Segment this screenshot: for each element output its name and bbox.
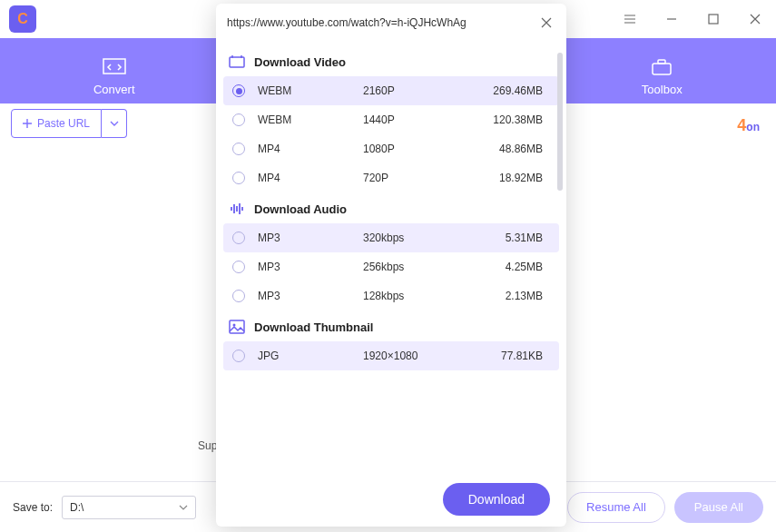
menu-icon[interactable] xyxy=(609,0,651,38)
audio-icon xyxy=(229,202,245,216)
paste-url-label: Paste URL xyxy=(37,117,90,130)
option-quality: 320kbps xyxy=(363,232,463,244)
option-format: MP4 xyxy=(258,172,363,184)
audio-option-row[interactable]: MP3256kbps4.25MB xyxy=(223,252,559,281)
convert-icon xyxy=(102,57,127,77)
svg-rect-2 xyxy=(653,64,671,74)
option-size: 4.25MB xyxy=(463,261,550,273)
minimize-button[interactable] xyxy=(651,0,693,38)
plus-icon xyxy=(23,119,32,128)
paste-url-button[interactable]: Paste URL xyxy=(11,109,102,138)
audio-option-row[interactable]: MP3320kbps5.31MB xyxy=(223,223,559,252)
modal-footer: Download xyxy=(216,472,566,527)
section-video-header: Download Video xyxy=(223,45,559,76)
option-format: WEBM xyxy=(258,84,363,97)
option-quality: 1080P xyxy=(363,143,463,155)
option-size: 18.92MB xyxy=(463,172,550,184)
pause-all-button[interactable]: Pause All xyxy=(674,492,763,523)
section-video-title: Download Video xyxy=(254,55,346,69)
radio-icon xyxy=(232,350,245,362)
chevron-down-icon xyxy=(110,121,119,126)
save-to-select[interactable]: D:\ xyxy=(62,496,196,519)
svg-rect-1 xyxy=(103,59,125,74)
video-icon xyxy=(229,54,245,69)
close-button[interactable] xyxy=(734,0,776,38)
modal-body: Download Video WEBM2160P269.46MBWEBM1440… xyxy=(216,42,566,472)
video-option-row[interactable]: MP4720P18.92MB xyxy=(223,163,559,192)
option-size: 2.13MB xyxy=(463,290,550,302)
window-controls xyxy=(609,0,776,38)
paste-url-dropdown[interactable] xyxy=(102,109,127,138)
option-size: 48.86MB xyxy=(463,143,550,155)
tab-convert-label: Convert xyxy=(93,83,135,96)
option-quality: 720P xyxy=(363,172,463,184)
option-format: MP4 xyxy=(258,143,363,155)
modal-close-button[interactable] xyxy=(537,14,555,32)
toolbox-icon xyxy=(649,57,674,77)
radio-icon xyxy=(232,261,245,273)
svg-rect-3 xyxy=(658,60,665,64)
option-size: 5.31MB xyxy=(463,232,550,244)
option-quality: 128kbps xyxy=(363,290,463,302)
section-thumbnail-header: Download Thumbnail xyxy=(223,310,559,341)
save-to-label: Save to: xyxy=(13,501,53,514)
image-icon xyxy=(229,320,245,334)
svg-rect-5 xyxy=(230,320,244,333)
app-logo: C xyxy=(9,5,36,33)
video-option-row[interactable]: MP41080P48.86MB xyxy=(223,134,559,163)
audio-option-row[interactable]: MP3128kbps2.13MB xyxy=(223,281,559,310)
option-quality: 1920×1080 xyxy=(363,350,463,362)
modal-header: https://www.youtube.com/watch?v=h-iQJHcW… xyxy=(216,4,566,42)
scrollbar[interactable] xyxy=(557,53,563,191)
radio-icon xyxy=(232,113,245,126)
url-text: https://www.youtube.com/watch?v=h-iQJHcW… xyxy=(227,16,530,29)
option-quality: 2160P xyxy=(363,84,463,97)
radio-icon xyxy=(232,232,245,244)
radio-icon xyxy=(232,84,245,97)
option-format: MP3 xyxy=(258,290,363,302)
option-size: 269.46MB xyxy=(463,84,550,97)
close-icon xyxy=(541,17,552,28)
section-audio-header: Download Audio xyxy=(223,192,559,223)
maximize-button[interactable] xyxy=(693,0,734,38)
radio-icon xyxy=(232,290,245,302)
tab-convert[interactable]: Convert xyxy=(0,57,228,96)
option-format: MP3 xyxy=(258,261,363,273)
brand-mark: 4on xyxy=(737,116,760,135)
option-quality: 1440P xyxy=(363,113,463,126)
option-size: 120.38MB xyxy=(463,113,550,126)
video-option-row[interactable]: WEBM1440P120.38MB xyxy=(223,105,559,134)
section-audio-title: Download Audio xyxy=(254,202,347,216)
download-options-modal: https://www.youtube.com/watch?v=h-iQJHcW… xyxy=(216,4,566,527)
section-thumbnail-title: Download Thumbnail xyxy=(254,320,373,334)
option-format: WEBM xyxy=(258,113,363,126)
tab-toolbox[interactable]: Toolbox xyxy=(548,57,776,96)
chevron-down-icon xyxy=(179,505,188,510)
download-button[interactable]: Download xyxy=(443,483,550,516)
radio-icon xyxy=(232,172,245,184)
option-size: 77.81KB xyxy=(463,350,550,362)
video-option-row[interactable]: WEBM2160P269.46MB xyxy=(223,76,559,105)
option-format: JPG xyxy=(258,350,363,362)
option-format: MP3 xyxy=(258,232,363,244)
option-quality: 256kbps xyxy=(363,261,463,273)
thumb-option-row[interactable]: JPG1920×108077.81KB xyxy=(223,341,559,370)
svg-rect-0 xyxy=(709,15,718,24)
save-to-value: D:\ xyxy=(70,501,83,514)
radio-icon xyxy=(232,143,245,155)
tab-toolbox-label: Toolbox xyxy=(642,83,683,96)
resume-all-button[interactable]: Resume All xyxy=(567,492,665,523)
svg-rect-4 xyxy=(230,57,244,67)
